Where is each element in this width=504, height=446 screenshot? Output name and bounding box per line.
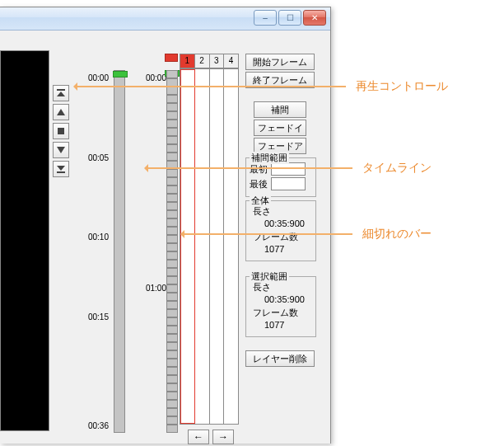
fine-segment[interactable]	[166, 383, 178, 392]
length-label: 長さ	[253, 281, 312, 293]
side-panel: 開始フレーム 終了フレーム 補間 フェードイン フェードアウト 補間範囲 最初 …	[245, 54, 316, 367]
fine-segment[interactable]	[166, 251, 178, 260]
fine-segment[interactable]	[166, 153, 178, 161]
fine-segment[interactable]	[166, 243, 178, 251]
frames-value: 1077	[264, 320, 312, 330]
go-bottom-icon	[56, 164, 66, 174]
fine-segment[interactable]	[166, 70, 178, 78]
timeline-left-labels: 00:00 00:05 00:10 00:15 00:36	[74, 70, 109, 433]
fine-segment[interactable]	[166, 218, 178, 227]
close-button[interactable]: ✕	[303, 10, 326, 26]
layer-prev-button[interactable]: ←	[188, 430, 209, 444]
down-arrow-icon	[56, 145, 66, 155]
fine-segment[interactable]	[166, 276, 178, 284]
up-arrow-icon	[56, 107, 66, 117]
stop-button[interactable]	[53, 123, 69, 139]
timeline-left-track[interactable]	[114, 70, 125, 433]
fine-segment[interactable]	[166, 425, 178, 433]
go-bottom-button[interactable]	[53, 161, 69, 177]
fine-segment[interactable]	[166, 392, 178, 400]
layer-next-button[interactable]: →	[212, 430, 234, 444]
svg-marker-1	[57, 92, 65, 96]
fine-segment[interactable]	[166, 284, 178, 293]
group-legend: 全体	[250, 195, 271, 207]
fine-segment[interactable]	[166, 342, 178, 350]
layer-tab-1[interactable]: 1	[180, 54, 194, 68]
fine-segment[interactable]	[166, 136, 178, 144]
maximize-button[interactable]: ☐	[278, 10, 301, 26]
all-group: 全体 長さ 00:35:900 フレーム数 1077	[245, 200, 316, 261]
fine-segment[interactable]	[166, 120, 178, 128]
layer-tab-4[interactable]: 4	[223, 54, 239, 68]
layer-header-row: 1 2 3 4	[180, 54, 239, 68]
maximize-icon: ☐	[287, 13, 294, 22]
layer-tab-3[interactable]: 3	[209, 54, 224, 68]
fine-segment[interactable]	[166, 78, 178, 87]
start-frame-button[interactable]: 開始フレーム	[245, 54, 315, 70]
delete-layer-button[interactable]: レイヤー削除	[245, 350, 315, 367]
fine-segment[interactable]	[166, 293, 178, 301]
tick-label: 00:00	[146, 73, 166, 82]
go-top-button[interactable]	[53, 85, 69, 101]
fine-segment[interactable]	[166, 334, 178, 342]
step-down-button[interactable]	[53, 142, 69, 158]
fine-segment[interactable]	[166, 210, 178, 218]
frames-label: フレーム数	[253, 307, 312, 319]
playhead-marker[interactable]	[113, 71, 128, 77]
svg-rect-6	[57, 171, 65, 173]
fine-segment[interactable]	[166, 416, 178, 425]
svg-marker-5	[57, 166, 65, 171]
svg-rect-3	[58, 128, 64, 134]
fine-segment[interactable]	[166, 202, 178, 210]
fine-segment[interactable]	[166, 400, 178, 408]
fine-segment[interactable]	[166, 359, 178, 367]
layer-tab-2[interactable]: 2	[194, 54, 209, 68]
fine-segment[interactable]	[166, 309, 178, 317]
first-input[interactable]	[271, 162, 306, 176]
fine-segment[interactable]	[166, 350, 178, 359]
end-frame-button[interactable]: 終了フレーム	[245, 72, 315, 88]
fine-segment[interactable]	[166, 111, 178, 120]
fine-segment[interactable]	[166, 177, 178, 185]
last-input[interactable]	[271, 177, 306, 190]
fine-segment[interactable]	[166, 95, 178, 103]
interp-range-group: 補間範囲 最初 最後	[245, 157, 316, 197]
layer-col-2[interactable]	[195, 69, 210, 424]
fadein-button[interactable]: フェードイン	[254, 120, 306, 136]
tick-label: 00:36	[88, 421, 109, 430]
fine-segment[interactable]	[166, 185, 178, 194]
fine-segment[interactable]	[166, 235, 178, 243]
timeline-left[interactable]: 00:00 00:05 00:10 00:15 00:36	[74, 70, 125, 433]
interpolate-button[interactable]: 補間	[254, 101, 306, 118]
layer-tab-label: 3	[214, 56, 219, 65]
fine-segment[interactable]	[166, 169, 178, 177]
fine-segment[interactable]	[166, 194, 178, 202]
step-up-button[interactable]	[53, 104, 69, 120]
layer-col-3[interactable]	[210, 69, 225, 424]
fine-segment[interactable]	[166, 161, 178, 169]
layer-col-1[interactable]	[180, 69, 195, 424]
right-arrow-icon: →	[218, 431, 228, 443]
fine-segment[interactable]	[166, 301, 178, 309]
fine-segment[interactable]	[166, 317, 178, 326]
svg-rect-0	[57, 89, 65, 91]
timeline-fine-track[interactable]	[166, 70, 178, 433]
tick-label: 01:00	[146, 284, 166, 293]
layer-body[interactable]	[180, 68, 239, 425]
preview-panel	[0, 50, 49, 431]
fine-segment[interactable]	[166, 227, 178, 235]
fine-segment[interactable]	[166, 367, 178, 375]
fine-segment[interactable]	[166, 375, 178, 383]
fine-segment[interactable]	[166, 87, 178, 95]
fine-segment[interactable]	[166, 260, 178, 268]
layer-col-4[interactable]	[224, 69, 238, 424]
minimize-button[interactable]: –	[254, 10, 277, 26]
fine-segment[interactable]	[166, 326, 178, 334]
titlebar: – ☐ ✕	[0, 7, 330, 31]
fine-segment[interactable]	[166, 103, 178, 111]
record-marker	[165, 54, 178, 62]
fine-segment[interactable]	[166, 408, 178, 416]
fine-segment[interactable]	[166, 128, 178, 136]
fine-segment[interactable]	[166, 268, 178, 276]
fine-segment[interactable]	[166, 144, 178, 153]
